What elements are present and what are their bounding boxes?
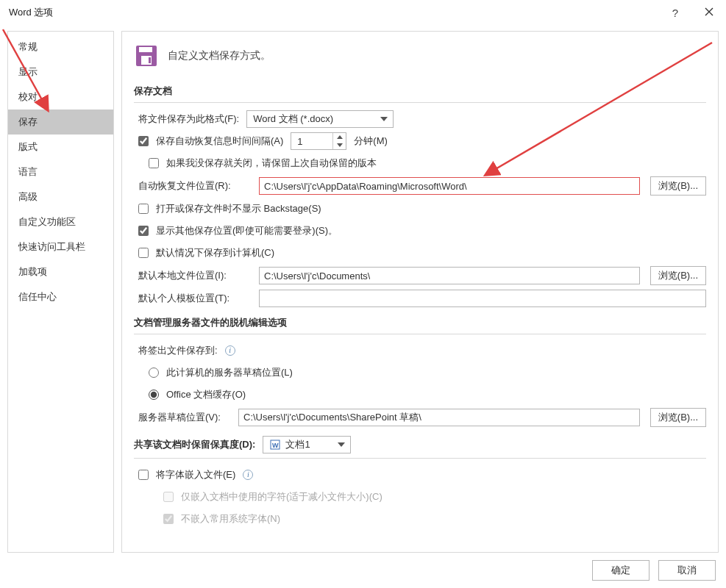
save-format-combo[interactable]: Word 文档 (*.docx) <box>246 110 394 128</box>
sidebar: 常规 显示 校对 保存 版式 语言 高级 自定义功能区 快速访问工具栏 加载项 … <box>7 31 114 553</box>
embed-only-used-label: 仅嵌入文档中使用的字符(适于减小文件大小)(C) <box>181 490 382 503</box>
radio-office-cache[interactable] <box>149 390 159 400</box>
spinner-down-icon[interactable] <box>333 141 346 149</box>
embed-no-common-label: 不嵌入常用系统字体(N) <box>181 512 280 526</box>
ok-button[interactable]: 确定 <box>592 560 650 581</box>
cancel-button[interactable]: 取消 <box>658 560 716 581</box>
show-other-locations-checkbox[interactable] <box>138 226 149 236</box>
autosave-interval-value: 1 <box>297 136 330 147</box>
default-local-path-field[interactable]: C:\Users\l'j'c\Documents\ <box>259 267 640 284</box>
row-save-format: 将文件保存为此格式(F): Word 文档 (*.docx) <box>138 110 706 128</box>
row-checkout-to: 将签出文件保存到: i <box>138 342 706 359</box>
row-autorecover-path: 自动恢复文件位置(R): C:\Users\l'j'c\AppData\Roam… <box>138 176 706 196</box>
sidebar-item-proofing[interactable]: 校对 <box>8 85 113 110</box>
minutes-label: 分钟(M) <box>354 135 388 148</box>
body: 常规 显示 校对 保存 版式 语言 高级 自定义功能区 快速访问工具栏 加载项 … <box>0 25 726 553</box>
default-save-computer-checkbox[interactable] <box>138 248 149 258</box>
row-show-other-locations: 显示其他保存位置(即使可能需要登录)(S)。 <box>138 222 706 240</box>
titlebar: Word 选项 ? <box>0 0 726 25</box>
content-panel: 自定义文档保存方式。 保存文档 将文件保存为此格式(F): Word 文档 (*… <box>121 31 719 553</box>
default-local-browse-button[interactable]: 浏览(B)... <box>650 266 706 285</box>
embed-only-used-checkbox <box>163 492 174 502</box>
autorecover-path-label: 自动恢复文件位置(R): <box>138 179 249 193</box>
default-template-path-label: 默认个人模板位置(T): <box>138 292 249 305</box>
sidebar-item-save[interactable]: 保存 <box>8 110 113 135</box>
default-template-path-field[interactable] <box>259 290 706 307</box>
default-local-path-label: 默认本地文件位置(I): <box>138 269 249 282</box>
section-offline-edit: 文档管理服务器文件的脱机编辑选项 <box>134 313 706 334</box>
window-title: Word 选项 <box>9 6 658 19</box>
autorecover-path-field[interactable]: C:\Users\l'j'c\AppData\Roaming\Microsoft… <box>259 177 640 195</box>
dialog-footer: 确定 取消 <box>0 553 726 588</box>
save-format-value: Word 文档 (*.docx) <box>253 112 374 126</box>
row-keep-last: 如果我没保存就关闭，请保留上次自动保留的版本 <box>138 154 706 172</box>
row-embed-only-used: 仅嵌入文档中使用的字符(适于减小文件大小)(C) <box>138 488 706 506</box>
section-fidelity-title: 共享该文档时保留保真度(D): <box>134 438 255 451</box>
embed-fonts-checkbox[interactable] <box>138 470 149 480</box>
row-embed-no-common: 不嵌入常用系统字体(N) <box>138 510 706 528</box>
content-headline: 自定义文档保存方式。 <box>168 49 271 62</box>
help-button[interactable]: ? <box>658 0 692 25</box>
svg-rect-3 <box>149 57 151 63</box>
section-save-docs: 保存文档 <box>134 82 706 103</box>
spinner-up-icon[interactable] <box>333 133 346 141</box>
svg-rect-1 <box>139 47 152 52</box>
save-floppy-icon <box>134 43 159 68</box>
autosave-interval-spinner[interactable]: 1 <box>291 132 346 150</box>
info-icon[interactable]: i <box>243 470 253 480</box>
row-no-backstage: 打开或保存文件时不显示 Backstage(S) <box>138 200 706 218</box>
embed-fonts-label: 将字体嵌入文件(E) <box>156 468 235 481</box>
server-draft-path-value: C:\Users\l'j'c\Documents\SharePoint 草稿\ <box>243 411 421 424</box>
embed-no-common-checkbox <box>163 514 174 524</box>
show-other-locations-label: 显示其他保存位置(即使可能需要登录)(S)。 <box>156 224 338 237</box>
checkout-to-label: 将签出文件保存到: <box>138 344 218 357</box>
sidebar-item-customize-ribbon[interactable]: 自定义功能区 <box>8 209 113 234</box>
autosave-checkbox[interactable] <box>138 136 149 146</box>
chevron-down-icon <box>378 117 390 121</box>
row-radio-office-cache: Office 文档缓存(O) <box>138 386 706 404</box>
autorecover-browse-button[interactable]: 浏览(B)... <box>650 176 706 196</box>
fidelity-doc-name: 文档1 <box>285 438 331 451</box>
sidebar-item-layout[interactable]: 版式 <box>8 135 113 159</box>
close-button[interactable] <box>692 0 726 25</box>
sidebar-item-addins[interactable]: 加载项 <box>8 259 113 284</box>
radio-server-draft-label: 此计算机的服务器草稿位置(L) <box>166 366 293 379</box>
radio-office-cache-label: Office 文档缓存(O) <box>166 388 246 401</box>
row-default-save-computer: 默认情况下保存到计算机(C) <box>138 244 706 262</box>
server-draft-browse-button[interactable]: 浏览(B)... <box>650 408 706 427</box>
autorecover-path-value: C:\Users\l'j'c\AppData\Roaming\Microsoft… <box>264 181 467 192</box>
sidebar-item-display[interactable]: 显示 <box>8 60 113 85</box>
sidebar-item-general[interactable]: 常规 <box>8 35 113 60</box>
row-server-draft-path: 服务器草稿位置(V): C:\Users\l'j'c\Documents\Sha… <box>138 408 706 427</box>
no-backstage-checkbox[interactable] <box>138 204 149 214</box>
sidebar-item-quick-access[interactable]: 快速访问工具栏 <box>8 234 113 259</box>
row-embed-fonts: 将字体嵌入文件(E) i <box>138 466 706 484</box>
keep-last-checkbox[interactable] <box>149 158 159 168</box>
fidelity-doc-combo[interactable]: W 文档1 <box>263 436 351 453</box>
row-default-local-path: 默认本地文件位置(I): C:\Users\l'j'c\Documents\ 浏… <box>138 266 706 285</box>
sidebar-item-trust-center[interactable]: 信任中心 <box>8 284 113 309</box>
info-icon[interactable]: i <box>225 345 235 356</box>
row-autosave: 保存自动恢复信息时间间隔(A) 1 分钟(M) <box>138 132 706 150</box>
sidebar-item-language[interactable]: 语言 <box>8 159 113 184</box>
row-radio-server-draft: 此计算机的服务器草稿位置(L) <box>138 364 706 381</box>
row-default-template-path: 默认个人模板位置(T): <box>138 290 706 307</box>
content-header: 自定义文档保存方式。 <box>134 40 706 68</box>
default-local-path-value: C:\Users\l'j'c\Documents\ <box>264 270 370 282</box>
close-icon <box>705 7 713 18</box>
chevron-down-icon <box>335 442 347 447</box>
no-backstage-label: 打开或保存文件时不显示 Backstage(S) <box>156 202 321 215</box>
sidebar-item-advanced[interactable]: 高级 <box>8 184 113 209</box>
svg-text:W: W <box>272 442 279 449</box>
default-save-computer-label: 默认情况下保存到计算机(C) <box>156 246 274 259</box>
spinner-buttons[interactable] <box>332 133 346 149</box>
server-draft-path-field[interactable]: C:\Users\l'j'c\Documents\SharePoint 草稿\ <box>238 409 640 426</box>
keep-last-label: 如果我没保存就关闭，请保留上次自动保留的版本 <box>166 157 377 170</box>
section-fidelity: 共享该文档时保留保真度(D): W 文档1 <box>134 433 706 459</box>
word-doc-icon: W <box>269 439 281 451</box>
autosave-label: 保存自动恢复信息时间间隔(A) <box>156 135 283 148</box>
radio-server-draft[interactable] <box>149 368 159 378</box>
save-format-label: 将文件保存为此格式(F): <box>138 112 239 126</box>
server-draft-path-label: 服务器草稿位置(V): <box>138 411 228 424</box>
